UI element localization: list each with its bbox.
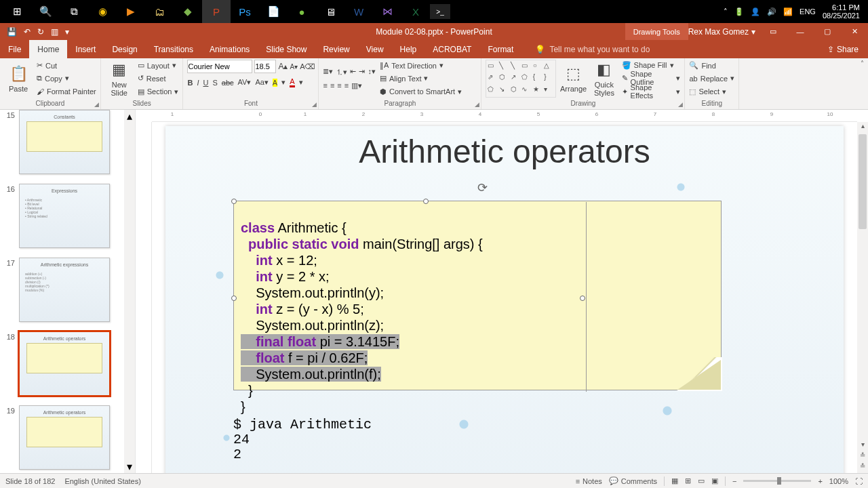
quick-styles-button[interactable]: ◧ Quick Styles (591, 60, 617, 98)
battery-icon[interactable]: 🔋 (734, 7, 744, 16)
chrome-icon[interactable]: ◉ (88, 0, 117, 23)
sorter-view-icon[interactable]: ⊞ (685, 476, 691, 485)
wifi-icon[interactable]: 📶 (783, 7, 793, 16)
replace-button[interactable]: abReplace▾ (689, 73, 734, 84)
shadow-button[interactable]: S (212, 79, 217, 87)
zoom-in-icon[interactable]: + (818, 477, 822, 485)
bold-button[interactable]: B (187, 79, 193, 87)
tab-animations[interactable]: Animations (201, 40, 258, 58)
paste-button[interactable]: 📋 Paste (4, 60, 33, 98)
volume-icon[interactable]: 🔊 (767, 7, 776, 16)
cut-button[interactable]: ✂Cut (37, 60, 96, 71)
fit-window-icon[interactable]: ⛶ (855, 477, 863, 485)
horizontal-ruler[interactable]: 1 0 1 2 3 4 5 6 7 8 9 10 (152, 110, 857, 122)
qat-more-icon[interactable]: ▾ (65, 27, 69, 37)
layout-button[interactable]: ▭Layout▾ (138, 60, 179, 71)
excel-icon[interactable]: X (401, 0, 430, 23)
tab-help[interactable]: Help (392, 40, 425, 58)
app-icon-4[interactable]: 🖥 (316, 0, 344, 23)
photoshop-icon[interactable]: Ps (231, 0, 259, 23)
visual-studio-icon[interactable]: ⋈ (373, 0, 401, 23)
terminal-icon[interactable]: >_ (430, 4, 450, 19)
align-left-icon[interactable]: ≡ (323, 81, 327, 90)
people-icon[interactable]: 👤 (751, 7, 760, 16)
align-text-button[interactable]: ▤Align Text▾ (380, 73, 462, 84)
clear-format-icon[interactable]: A⌫ (300, 62, 315, 71)
font-color-button[interactable]: A (290, 77, 294, 87)
columns-icon[interactable]: ▥▾ (351, 81, 362, 90)
chevron-up-icon[interactable]: ˄ (724, 7, 728, 16)
tab-review[interactable]: Review (315, 40, 357, 58)
char-spacing-button[interactable]: AV▾ (238, 78, 252, 87)
share-button[interactable]: ⇪ Share (827, 45, 859, 54)
select-button[interactable]: ⬚Select▾ (689, 86, 734, 98)
numbering-icon[interactable]: ⒈▾ (336, 67, 347, 77)
word-icon[interactable]: W (344, 0, 373, 23)
font-size-input[interactable] (254, 60, 276, 73)
thumb-19[interactable]: 19 Arithmetic operators (4, 405, 128, 470)
highlight-button[interactable]: A (273, 79, 277, 87)
minimize-icon[interactable]: — (787, 23, 814, 40)
tab-design[interactable]: Design (104, 40, 145, 58)
paragraph-dialog-icon[interactable]: ◢ (475, 101, 479, 108)
shape-effects-button[interactable]: ✦Shape Effects▾ (622, 85, 681, 98)
justify-icon[interactable]: ≡ (344, 81, 349, 90)
line-spacing-icon[interactable]: ↕▾ (368, 67, 376, 77)
italic-button[interactable]: I (197, 79, 199, 87)
thumbnail-scrollbar[interactable]: ▴ ▾ (124, 110, 135, 473)
decrease-indent-icon[interactable]: ⇤ (350, 67, 356, 77)
tab-format[interactable]: Format (479, 40, 521, 58)
rotation-handle-icon[interactable]: ⟳ (477, 180, 488, 195)
tab-view[interactable]: View (358, 40, 392, 58)
task-view-icon[interactable]: ⧉ (60, 0, 88, 23)
section-button[interactable]: ▤Section▾ (138, 86, 179, 98)
shape-outline-button[interactable]: ✎Shape Outline▾ (622, 72, 681, 84)
format-painter-button[interactable]: 🖌Format Painter (37, 86, 96, 98)
bullets-icon[interactable]: ≣▾ (323, 67, 333, 77)
language-indicator[interactable]: ENG (800, 7, 816, 16)
explorer-icon[interactable]: 🗂 (145, 0, 174, 23)
app-icon-2[interactable]: 📄 (259, 0, 288, 23)
media-player-icon[interactable]: ▶ (117, 0, 145, 23)
find-button[interactable]: 🔍Find (689, 60, 734, 71)
decrease-font-icon[interactable]: A▾ (290, 63, 298, 70)
app-icon-1[interactable]: ◆ (174, 0, 202, 23)
thumb-18[interactable]: 18 Arithmetic operators (4, 331, 128, 396)
selection-handle[interactable] (231, 296, 237, 301)
thumb-17[interactable]: 17 Arithmetic expressionsaddition (+)sub… (4, 258, 128, 322)
system-clock[interactable]: 6:11 PM 08/25/2021 (823, 3, 860, 20)
language-status[interactable]: English (United States) (64, 477, 141, 485)
thumb-15[interactable]: 15 Constants (4, 110, 128, 174)
editor-scrollbar[interactable]: ▴ ▾ ≛ ≛ (857, 122, 868, 473)
font-dialog-icon[interactable]: ◢ (312, 101, 317, 108)
user-dropdown-icon[interactable]: ▾ (751, 27, 755, 37)
tab-slideshow[interactable]: Slide Show (258, 40, 315, 58)
change-case-button[interactable]: Aa▾ (255, 78, 268, 87)
normal-view-icon[interactable]: ▦ (671, 476, 678, 485)
tab-acrobat[interactable]: ACROBAT (425, 40, 479, 58)
close-icon[interactable]: ✕ (841, 23, 868, 40)
convert-smartart-button[interactable]: ⬢Convert to SmartArt▾ (380, 86, 462, 98)
clipboard-dialog-icon[interactable]: ◢ (94, 101, 99, 108)
slideshow-view-icon[interactable]: ▣ (711, 476, 718, 485)
align-center-icon[interactable]: ≡ (330, 81, 334, 90)
thumb-16[interactable]: 16 Expressions• Arithmetic• Bit level• R… (4, 184, 128, 248)
search-icon[interactable]: 🔍 (31, 0, 60, 23)
tab-insert[interactable]: Insert (67, 40, 104, 58)
tab-file[interactable]: File (0, 40, 29, 58)
underline-button[interactable]: U (203, 79, 208, 87)
shapes-gallery[interactable]: ▭╲╲▭○△ ⇗⬡↗⬠{} ⬠↘⬡∿★▾ (486, 60, 555, 98)
app-icon-3[interactable]: ● (288, 0, 316, 23)
strikethrough-button[interactable]: abc (222, 79, 234, 87)
redo-icon[interactable]: ↻ (37, 27, 44, 37)
vertical-ruler[interactable] (136, 122, 152, 473)
arrange-button[interactable]: ⬚ Arrange (560, 60, 587, 98)
reading-view-icon[interactable]: ▭ (698, 476, 705, 485)
font-name-input[interactable] (187, 60, 252, 73)
slide-canvas[interactable]: Arithmetic operators ⟳ class Arithmetic … (165, 126, 844, 473)
maximize-icon[interactable]: ▢ (814, 23, 841, 40)
slide-indicator[interactable]: Slide 18 of 182 (5, 477, 55, 485)
selection-handle[interactable] (580, 296, 585, 301)
slide-title[interactable]: Arithmetic operators (165, 133, 844, 170)
zoom-out-icon[interactable]: − (732, 477, 736, 485)
